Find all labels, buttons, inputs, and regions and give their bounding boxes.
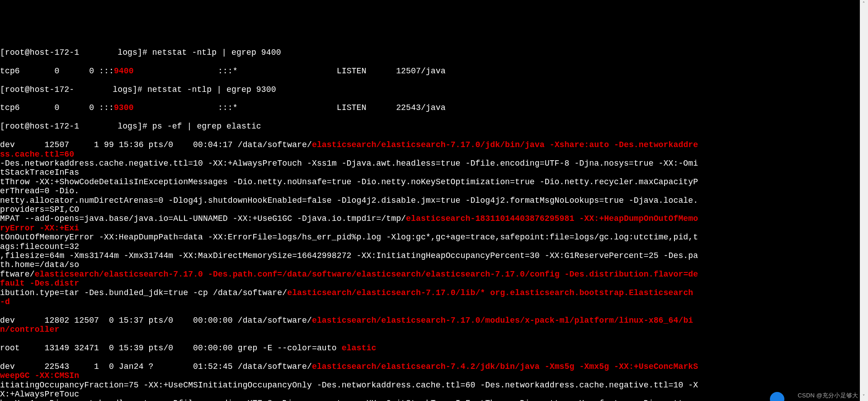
ps-line: root 13149 32471 0 15:39 pts/0 00:00:00 … [0,344,376,353]
terminal-output[interactable]: [root@host-172-1 logs]# netstat -ntlp | … [0,39,698,401]
scroll-up-button[interactable]: ˄ [860,0,868,8]
vertical-scrollbar[interactable]: ˄ ˅ [860,0,868,401]
prompt-line: [root@host-172-1 logs]# netstat -ntlp | … [0,48,281,57]
prompt-line: [root@host-172-1 logs]# ps -ef | egrep e… [0,122,261,131]
decorative-circle-icon [770,392,784,401]
prompt-line: [root@host-172- logs]# netstat -ntlp | e… [0,85,276,94]
ps-line: dev 12507 1 99 15:36 pts/0 00:04:17 /dat… [0,140,698,306]
netstat-line: tcp6 0 0 :::9300 :::* LISTEN 22543/java [0,103,446,112]
ps-line: dev 22543 1 0 Jan24 ? 01:52:45 /data/sof… [0,362,698,401]
ps-line: dev 12802 12507 0 15:37 pts/0 00:00:00 /… [0,316,693,334]
watermark-text: CSDN @充分小足够大 [798,391,858,400]
scroll-down-button[interactable]: ˅ [860,393,868,401]
netstat-line: tcp6 0 0 :::9400 :::* LISTEN 12507/java [0,67,446,76]
